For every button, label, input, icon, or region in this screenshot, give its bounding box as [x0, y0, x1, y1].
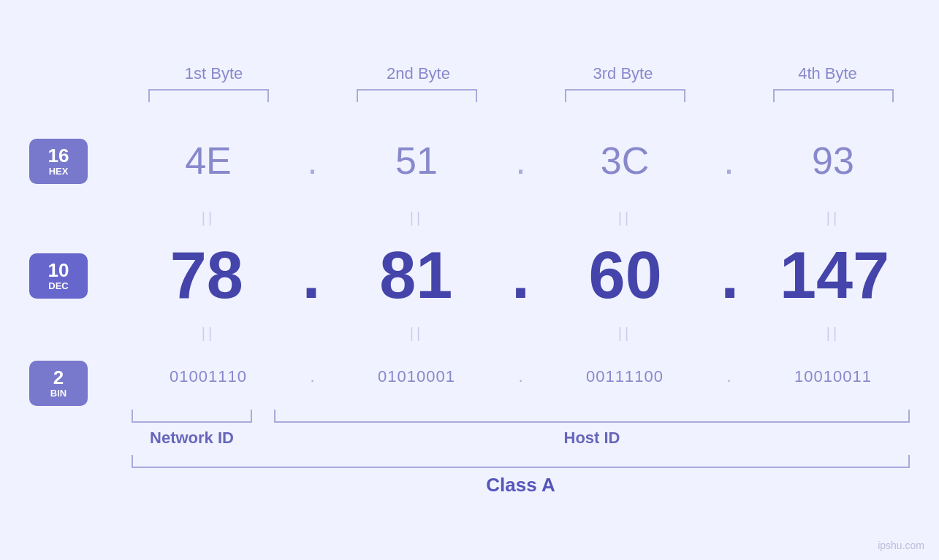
byte3-header: 3rd Byte: [550, 64, 696, 83]
dec-byte4: 147: [775, 238, 895, 313]
eq1-byte4: ||: [773, 210, 894, 226]
bin-dot1: .: [302, 367, 324, 386]
host-id-bracket: [274, 410, 910, 423]
bin-dot3: .: [718, 367, 740, 386]
hex-byte4: 93: [773, 139, 894, 183]
bin-badge: 2 BIN: [29, 361, 88, 406]
bin-dot2: .: [510, 367, 532, 386]
network-id-label: Network ID: [132, 429, 252, 448]
dec-base-number: 10: [48, 260, 69, 281]
dec-base-label: DEC: [48, 280, 68, 291]
eq2-byte2: ||: [357, 325, 477, 342]
eq1-byte1: ||: [148, 210, 269, 226]
hex-dot1: .: [302, 139, 324, 183]
host-id-label: Host ID: [274, 429, 910, 448]
byte3-top-bracket: [565, 89, 685, 102]
dec-byte1: 78: [146, 238, 267, 313]
dec-dot3: .: [715, 238, 745, 313]
dec-badge: 10 DEC: [29, 253, 88, 299]
dec-byte3: 60: [565, 238, 685, 313]
byte2-top-bracket: [357, 89, 477, 102]
bin-base-label: BIN: [50, 388, 66, 399]
bin-byte2: 01010001: [357, 367, 477, 386]
dec-byte2: 81: [356, 238, 476, 313]
byte1-header: 1st Byte: [141, 64, 287, 83]
hex-byte2: 51: [357, 139, 477, 183]
eq1-byte2: ||: [357, 210, 477, 226]
class-bracket: [132, 455, 910, 468]
hex-byte1: 4E: [148, 139, 269, 183]
dec-dot1: .: [297, 238, 326, 313]
hex-byte3: 3C: [565, 139, 685, 183]
hex-dot3: .: [718, 139, 740, 183]
eq1-byte3: ||: [565, 210, 685, 226]
hex-badge: 16 HEX: [29, 139, 88, 184]
bin-byte3: 00111100: [565, 367, 685, 386]
eq2-byte3: ||: [565, 325, 685, 342]
network-id-bracket: [132, 410, 252, 423]
bin-base-number: 2: [53, 367, 64, 388]
byte4-header: 4th Byte: [755, 64, 901, 83]
bin-byte1: 01001110: [148, 367, 269, 386]
hex-base-label: HEX: [49, 166, 69, 177]
byte2-header: 2nd Byte: [346, 64, 492, 83]
bin-byte4: 10010011: [773, 367, 894, 386]
watermark: ipshu.com: [878, 540, 924, 551]
hex-base-number: 16: [48, 145, 69, 166]
class-label: Class A: [486, 474, 555, 496]
dec-dot2: .: [506, 238, 535, 313]
byte1-top-bracket: [148, 89, 269, 102]
eq2-byte4: ||: [773, 325, 894, 342]
hex-dot2: .: [510, 139, 532, 183]
eq2-byte1: ||: [148, 325, 269, 342]
byte4-top-bracket: [773, 89, 894, 102]
